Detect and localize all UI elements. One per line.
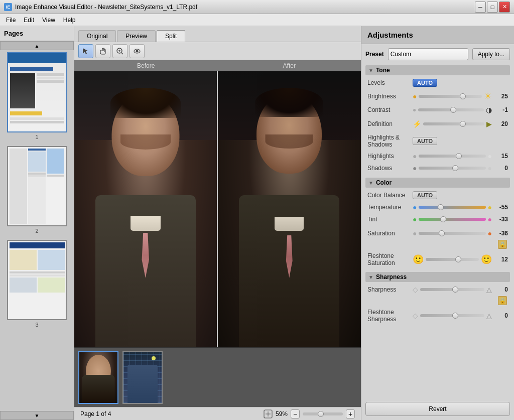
contrast-row: Contrast ● ◑ -1 xyxy=(365,104,510,115)
definition-row: Definition ⚡ ▶ 20 xyxy=(365,118,510,129)
sharpness-label: Sharpness xyxy=(367,286,413,293)
page-thumb-1[interactable]: 1 xyxy=(2,52,72,140)
contrast-slider[interactable] xyxy=(418,108,484,111)
saturation-lock-icon[interactable]: 🔒 xyxy=(498,240,507,249)
fleshtone-saturation-slider-container: 🙂 🙂 xyxy=(413,254,492,265)
filmstrip-thumb-2[interactable] xyxy=(122,351,163,404)
before-after-labels: Before After xyxy=(74,60,361,71)
adjustments-panel: Adjustments Preset Custom Apply to... ▼ … xyxy=(361,26,514,420)
maximize-button[interactable]: □ xyxy=(487,2,498,13)
eye-tool-button[interactable] xyxy=(130,44,145,58)
levels-row: Levels AUTO xyxy=(365,77,510,88)
tint-slider[interactable] xyxy=(419,218,485,221)
saturation-slider-container: ● ● xyxy=(413,229,492,237)
brightness-slider[interactable] xyxy=(419,95,482,98)
apply-to-button[interactable]: Apply to... xyxy=(472,48,510,60)
svg-line-2 xyxy=(121,53,123,54)
sharpness-slider[interactable] xyxy=(420,288,484,291)
select-tool-button[interactable] xyxy=(78,44,93,58)
tint-row: Tint ● ● -33 xyxy=(365,214,510,225)
tone-section-header[interactable]: ▼ Tone xyxy=(365,65,510,75)
menu-file[interactable]: File xyxy=(2,16,20,25)
color-balance-row: Color Balance AUTO xyxy=(365,190,510,201)
page-number-1: 1 xyxy=(2,134,72,140)
contrast-value: -1 xyxy=(492,106,508,113)
after-pane xyxy=(218,71,361,347)
saturation-high-icon: ● xyxy=(488,229,492,237)
color-balance-auto-button[interactable]: AUTO xyxy=(413,191,437,199)
status-bar: Page 1 of 4 59% − + xyxy=(74,407,361,420)
preset-row: Preset Custom Apply to... xyxy=(365,48,510,60)
before-label: Before xyxy=(74,62,218,69)
brightness-label: Brightness xyxy=(367,93,413,100)
zoom-controls: 59% − + xyxy=(264,409,355,418)
before-image xyxy=(74,71,217,347)
definition-slider-container: ⚡ ▶ xyxy=(413,120,492,128)
menu-help[interactable]: Help xyxy=(59,16,80,25)
adjustments-content: Preset Custom Apply to... ▼ Tone Levels … xyxy=(361,44,514,398)
scroll-down-arrow[interactable]: ▼ xyxy=(0,411,74,420)
menu-view[interactable]: View xyxy=(38,16,59,25)
levels-auto-button[interactable]: AUTO xyxy=(413,79,437,87)
scroll-up-arrow[interactable]: ▲ xyxy=(0,41,74,50)
brightness-high-icon: ☀ xyxy=(484,91,492,102)
zoom-slider[interactable] xyxy=(303,412,343,415)
page-number-2: 2 xyxy=(2,228,72,234)
menu-bar: File Edit View Help xyxy=(0,14,514,26)
minimize-button[interactable]: ─ xyxy=(475,2,486,13)
fleshtone-sharp-low-icon: ◇ xyxy=(413,312,418,320)
page-number-3: 3 xyxy=(2,322,72,328)
saturation-lock-container: 🔒 xyxy=(365,240,510,249)
shadows-value: 0 xyxy=(492,165,508,172)
contrast-low-icon: ● xyxy=(413,106,416,113)
fleshtone-sharpness-slider[interactable] xyxy=(420,314,484,317)
pages-header: Pages xyxy=(0,26,74,41)
zoom-in-button[interactable]: + xyxy=(346,409,355,418)
tab-split[interactable]: Split xyxy=(157,30,185,42)
fleshtone-sharpness-label: FleshtoneSharpness xyxy=(367,309,413,323)
after-image xyxy=(218,71,361,347)
fleshtone-saturation-slider[interactable] xyxy=(426,258,479,261)
highlights-value: 15 xyxy=(492,153,508,160)
temperature-row: Temperature ● ● -55 xyxy=(365,202,510,213)
adjustments-header: Adjustments xyxy=(361,26,514,44)
sharpness-high-icon: △ xyxy=(486,286,492,294)
highlights-shadows-auto-button[interactable]: AUTO xyxy=(413,137,437,145)
color-balance-label: Color Balance xyxy=(367,192,413,199)
sharpness-section-header[interactable]: ▼ Sharpness xyxy=(365,272,510,282)
zoom-tool-button[interactable] xyxy=(112,44,127,58)
preset-select[interactable]: Custom xyxy=(388,48,468,60)
temperature-slider[interactable] xyxy=(419,206,485,209)
fleshtone-saturation-label: FleshtoneSaturation xyxy=(367,252,413,266)
definition-slider[interactable] xyxy=(423,122,484,125)
saturation-slider[interactable] xyxy=(419,232,485,235)
after-label: After xyxy=(218,62,361,69)
zoom-out-button[interactable]: − xyxy=(291,409,300,418)
shadows-slider-container: ● ● xyxy=(413,164,492,172)
color-triangle-icon: ▼ xyxy=(368,180,373,186)
shadows-slider[interactable] xyxy=(419,167,485,170)
filmstrip-thumb-1[interactable] xyxy=(78,351,118,404)
brightness-slider-container: ● ☀ xyxy=(413,91,492,102)
sharpness-section-title: Sharpness xyxy=(376,273,407,281)
temperature-cool-icon: ● xyxy=(413,203,417,211)
pages-scroll[interactable]: 1 xyxy=(0,50,74,411)
highlights-shadows-label: Highlights & Shadows xyxy=(367,134,413,148)
page-thumb-3[interactable]: 3 xyxy=(2,240,72,328)
highlights-slider[interactable] xyxy=(419,155,485,158)
pan-tool-button[interactable] xyxy=(95,44,110,58)
toolbar xyxy=(74,42,361,60)
revert-button[interactable]: Revert xyxy=(365,402,510,416)
close-button[interactable]: ✕ xyxy=(499,2,510,13)
temperature-slider-container: ● ● xyxy=(413,203,492,211)
sharpness-lock-icon[interactable]: 🔒 xyxy=(498,296,507,305)
tab-original[interactable]: Original xyxy=(78,30,116,42)
menu-edit[interactable]: Edit xyxy=(20,16,38,25)
page-thumb-2[interactable]: 2 xyxy=(2,146,72,234)
sharpness-triangle-icon: ▼ xyxy=(368,274,373,280)
color-section-header[interactable]: ▼ Color xyxy=(365,178,510,188)
tab-preview[interactable]: Preview xyxy=(117,30,156,42)
highlights-slider-container: ● ● xyxy=(413,152,492,160)
levels-label: Levels xyxy=(367,79,413,86)
filmstrip xyxy=(74,347,361,407)
